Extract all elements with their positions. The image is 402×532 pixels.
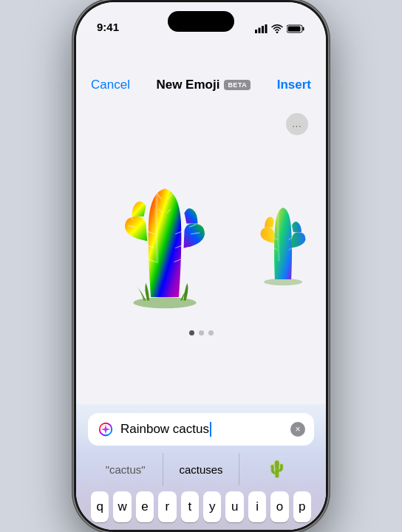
signal-bars-icon — [255, 24, 268, 33]
rainbow-cactus-secondary — [246, 199, 320, 287]
status-time: 9:41 — [97, 21, 119, 33]
svg-point-7 — [133, 297, 196, 308]
key-u[interactable]: u — [225, 491, 243, 522]
battery-icon — [287, 24, 305, 33]
status-icons — [255, 24, 305, 33]
dynamic-island — [168, 11, 234, 32]
svg-rect-0 — [255, 30, 257, 33]
svg-rect-2 — [262, 26, 264, 33]
svg-point-22 — [264, 279, 302, 285]
svg-rect-1 — [259, 28, 261, 34]
search-input[interactable]: Rainbow cactus — [120, 422, 285, 437]
dot-3[interactable] — [208, 330, 214, 335]
dot-2[interactable] — [199, 330, 204, 335]
keyboard: q w e r t y u i o p — [88, 491, 314, 522]
sparkle-search-icon — [97, 420, 115, 438]
page-dots — [189, 330, 214, 335]
key-y[interactable]: y — [203, 491, 221, 522]
screen-content: 9:41 — [76, 2, 326, 530]
wifi-icon — [271, 24, 283, 33]
dot-1[interactable] — [189, 330, 194, 335]
insert-button[interactable]: Insert — [277, 78, 311, 92]
phone-screen: 9:41 — [76, 2, 326, 530]
beta-badge: BETA — [224, 80, 251, 90]
svg-rect-5 — [303, 27, 304, 31]
nav-title: New Emoji — [156, 78, 219, 92]
emoji-main[interactable] — [91, 171, 239, 318]
rainbow-cactus-main — [102, 178, 228, 311]
phone-frame: 9:41 — [74, 0, 328, 532]
emoji-secondary[interactable] — [246, 199, 320, 290]
search-bar[interactable]: Rainbow cactus × — [88, 413, 314, 446]
suggestion-cactus-emoji[interactable]: 🌵 — [239, 453, 314, 485]
cancel-button[interactable]: Cancel — [91, 78, 130, 92]
emoji-area: ... — [76, 101, 326, 404]
more-options-button[interactable]: ... — [286, 113, 308, 135]
suggestion-cactus-quoted[interactable]: "cactus" — [88, 453, 163, 485]
key-q[interactable]: q — [91, 491, 109, 522]
key-p[interactable]: p — [293, 491, 311, 522]
key-o[interactable]: o — [270, 491, 288, 522]
key-w[interactable]: w — [113, 491, 131, 522]
key-i[interactable]: i — [248, 491, 266, 522]
nav-bar: Cancel New Emoji BETA Insert — [76, 39, 326, 101]
keyboard-area: Rainbow cactus × "cactus" cactuses � — [76, 404, 326, 530]
key-r[interactable]: r — [158, 491, 176, 522]
clear-search-button[interactable]: × — [290, 422, 305, 437]
key-t[interactable]: t — [181, 491, 199, 522]
key-e[interactable]: e — [136, 491, 154, 522]
suggestion-cactuses[interactable]: cactuses — [163, 453, 239, 485]
svg-rect-3 — [265, 24, 268, 33]
svg-rect-6 — [288, 27, 301, 32]
nav-title-container: New Emoji BETA — [156, 78, 251, 92]
emoji-carousel — [76, 171, 326, 318]
suggestions-row: "cactus" cactuses 🌵 — [88, 453, 314, 485]
keyboard-row-1: q w e r t y u i o p — [91, 491, 311, 522]
